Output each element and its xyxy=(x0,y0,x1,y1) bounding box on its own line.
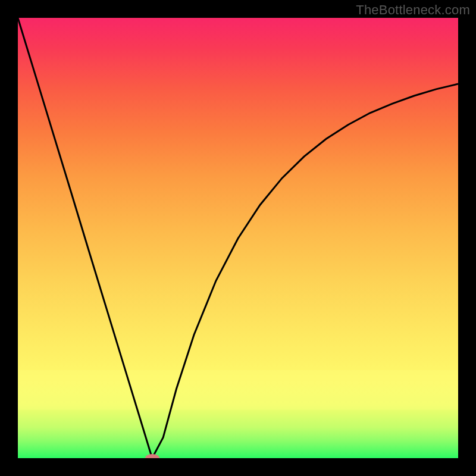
curve-layer xyxy=(18,18,458,458)
plot-area xyxy=(18,18,458,458)
watermark-text: TheBottleneck.com xyxy=(356,2,470,18)
bottleneck-curve xyxy=(18,18,458,458)
chart-frame: TheBottleneck.com xyxy=(0,0,476,476)
minimum-marker xyxy=(145,454,159,458)
